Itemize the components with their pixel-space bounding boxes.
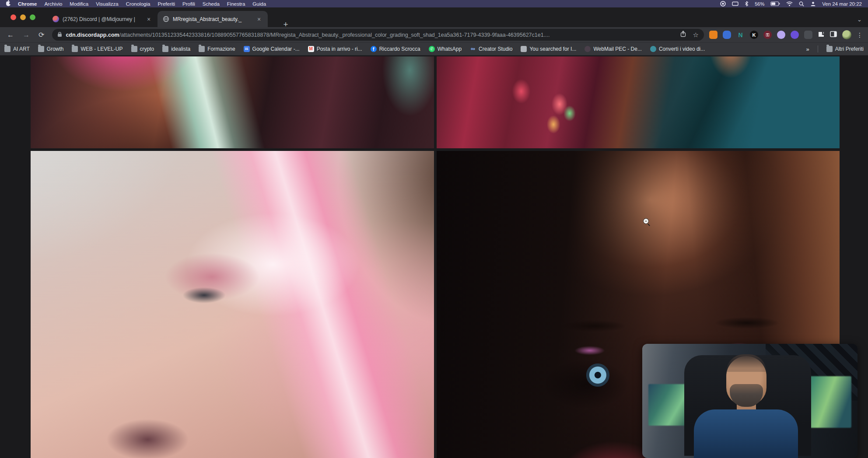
screen-record-icon[interactable] bbox=[720, 1, 726, 7]
menu-profili[interactable]: Profili bbox=[182, 1, 195, 7]
bluetooth-icon[interactable] bbox=[745, 1, 749, 7]
bookmark-folder-formazione[interactable]: Formazione bbox=[199, 46, 235, 52]
discord-favicon bbox=[52, 16, 59, 22]
menu-modifica[interactable]: Modifica bbox=[70, 1, 88, 7]
bookmarks-divider bbox=[818, 45, 818, 52]
folder-icon bbox=[826, 46, 833, 52]
tab-image-active[interactable]: MRregista_Abstract_beauty._ × bbox=[158, 11, 268, 27]
back-button[interactable]: ← bbox=[7, 31, 14, 39]
bookmark-folder-idealista[interactable]: idealista bbox=[162, 46, 190, 52]
menu-visualizza[interactable]: Visualizza bbox=[96, 1, 119, 7]
url-text: cdn.discordapp.com/attachments/101351233… bbox=[66, 32, 550, 38]
pec-mail-icon bbox=[584, 46, 591, 52]
zoom-out-cursor bbox=[643, 218, 649, 224]
grid-image-top-right-abstract[interactable] bbox=[437, 56, 840, 148]
bookmark-webmail-pec[interactable]: WebMail PEC - De... bbox=[584, 46, 641, 52]
menu-cronologia[interactable]: Cronologia bbox=[126, 1, 150, 7]
folder-icon bbox=[162, 46, 168, 52]
close-window-button[interactable] bbox=[10, 14, 16, 20]
grid-image-portrait-profile-pink[interactable] bbox=[31, 151, 434, 458]
battery-percent: 56% bbox=[755, 1, 764, 7]
display-mirroring-icon[interactable] bbox=[732, 1, 738, 7]
folder-icon bbox=[199, 46, 205, 52]
presenter-webcam-overlay bbox=[642, 344, 858, 458]
bookmark-folder-growth[interactable]: Growth bbox=[38, 46, 64, 52]
url-domain: cdn.discordapp.com bbox=[66, 32, 119, 38]
menu-archivio[interactable]: Archivio bbox=[44, 1, 62, 7]
tab-title: MRregista_Abstract_beauty._ bbox=[173, 16, 252, 22]
url-path: /attachments/1013512335442333816/1088905… bbox=[119, 32, 550, 38]
chrome-menu-icon[interactable]: ⋮ bbox=[857, 31, 863, 38]
menubar-clock[interactable]: Ven 24 mar 20:22 bbox=[822, 1, 862, 7]
lock-icon[interactable] bbox=[57, 31, 62, 39]
spotlight-search-icon[interactable] bbox=[799, 1, 804, 7]
window-controls bbox=[10, 14, 35, 20]
folder-icon bbox=[72, 46, 78, 52]
bookmarks-overflow-chevron[interactable]: » bbox=[806, 46, 809, 52]
menu-preferiti[interactable]: Preferiti bbox=[158, 1, 175, 7]
bookmark-whatsapp[interactable]: WhatsApp bbox=[429, 46, 462, 52]
folder-icon bbox=[38, 46, 44, 52]
tab-search-chevron-icon[interactable]: ⌄ bbox=[857, 16, 862, 23]
extension-n-icon[interactable]: N bbox=[736, 31, 745, 39]
chrome-tabstrip: (2762) Discord | @Midjourney | × MRregis… bbox=[0, 7, 868, 27]
address-bar[interactable]: cdn.discordapp.com/attachments/101351233… bbox=[52, 29, 704, 41]
extension-k-icon[interactable]: K bbox=[750, 31, 758, 39]
bookmarks-bar: AI ART Growth WEB - LEVEL-UP crypto idea… bbox=[0, 42, 868, 56]
bookmark-converti-video[interactable]: Converti i video di... bbox=[650, 46, 705, 52]
menu-scheda[interactable]: Scheda bbox=[203, 1, 220, 7]
tab-close-icon[interactable]: × bbox=[145, 16, 152, 23]
extensions-puzzle-icon[interactable] bbox=[818, 31, 825, 39]
extension-key-icon[interactable]: ⚿ bbox=[763, 31, 772, 39]
whatsapp-icon bbox=[429, 46, 435, 52]
profile-avatar[interactable] bbox=[842, 30, 851, 39]
globe-favicon bbox=[163, 16, 169, 22]
bookmark-google-calendar[interactable]: Google Calendar -... bbox=[244, 46, 300, 52]
screen: Chrome Archivio Modifica Visualizza Cron… bbox=[0, 0, 868, 458]
menu-finestra[interactable]: Finestra bbox=[227, 1, 245, 7]
side-panel-icon[interactable] bbox=[830, 31, 837, 39]
macos-menubar: Chrome Archivio Modifica Visualizza Cron… bbox=[0, 0, 868, 7]
fast-user-switch-icon[interactable] bbox=[810, 1, 816, 7]
tab-title: (2762) Discord | @Midjourney | bbox=[63, 16, 142, 22]
extension-purple-icon[interactable] bbox=[791, 31, 799, 39]
bookmark-folder-ai-art[interactable]: AI ART bbox=[4, 46, 30, 52]
bookmark-facebook-profile[interactable]: Riccardo Scrocca bbox=[371, 46, 420, 52]
chrome-toolbar: ← → ⟳ cdn.discordapp.com/attachments/101… bbox=[0, 27, 868, 42]
menu-guida[interactable]: Guida bbox=[252, 1, 266, 7]
google-calendar-icon bbox=[244, 46, 250, 52]
document-icon bbox=[521, 46, 527, 52]
wifi-icon[interactable] bbox=[786, 1, 793, 6]
reload-button[interactable]: ⟳ bbox=[38, 31, 44, 39]
bookmark-gmail-inbox[interactable]: Posta in arrivo - ri... bbox=[308, 46, 362, 52]
tab-close-icon[interactable]: × bbox=[256, 16, 262, 23]
bookmark-folder-crypto[interactable]: crypto bbox=[131, 46, 154, 52]
tab-discord[interactable]: (2762) Discord | @Midjourney | × bbox=[47, 11, 158, 27]
minimize-window-button[interactable] bbox=[20, 14, 26, 20]
battery-icon[interactable] bbox=[770, 1, 780, 6]
bookmark-folder-altri-preferiti[interactable]: Altri Preferiti bbox=[826, 46, 864, 52]
extension-lavender-icon[interactable] bbox=[777, 31, 785, 39]
presenter-body bbox=[694, 409, 798, 458]
bookmark-star-icon[interactable]: ☆ bbox=[693, 31, 699, 39]
folder-icon bbox=[131, 46, 137, 52]
bookmark-folder-web-level-up[interactable]: WEB - LEVEL-UP bbox=[72, 46, 122, 52]
apple-menu-icon[interactable] bbox=[6, 1, 10, 6]
extension-blue-icon[interactable] bbox=[723, 31, 731, 39]
bookmark-you-searched[interactable]: You searched for I... bbox=[521, 46, 576, 52]
bookmark-creator-studio[interactable]: Creator Studio bbox=[470, 46, 512, 52]
forward-button[interactable]: → bbox=[23, 31, 30, 39]
meta-infinity-icon bbox=[470, 46, 476, 52]
extension-metamask-icon[interactable] bbox=[709, 31, 718, 39]
grid-image-top-left-abstract[interactable] bbox=[31, 56, 434, 148]
folder-icon bbox=[4, 46, 10, 52]
gmail-icon bbox=[308, 46, 314, 52]
zoom-window-button[interactable] bbox=[30, 14, 35, 20]
facebook-icon bbox=[371, 46, 377, 52]
menu-app-name[interactable]: Chrome bbox=[18, 1, 37, 7]
share-icon[interactable] bbox=[680, 31, 686, 39]
video-convert-icon bbox=[650, 46, 656, 52]
extension-code-icon[interactable] bbox=[804, 31, 812, 39]
